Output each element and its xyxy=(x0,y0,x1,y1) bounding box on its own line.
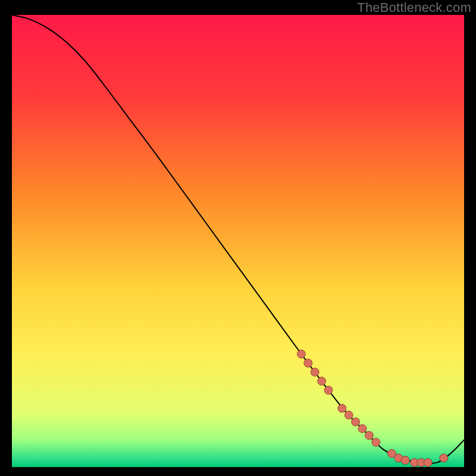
data-marker xyxy=(311,368,319,376)
chart-svg xyxy=(0,0,476,476)
chart-canvas: TheBottleneck.com xyxy=(0,0,476,476)
data-marker xyxy=(365,431,373,440)
data-marker xyxy=(297,350,305,358)
data-marker xyxy=(338,404,346,412)
data-marker xyxy=(358,424,367,433)
data-marker xyxy=(440,454,448,462)
gradient-background xyxy=(12,15,464,467)
data-marker xyxy=(318,377,326,386)
data-marker xyxy=(345,411,353,419)
data-marker xyxy=(352,418,360,426)
data-marker xyxy=(324,386,333,394)
data-marker xyxy=(372,438,380,446)
data-marker xyxy=(424,458,432,466)
data-marker xyxy=(304,359,312,367)
data-marker xyxy=(401,456,409,465)
